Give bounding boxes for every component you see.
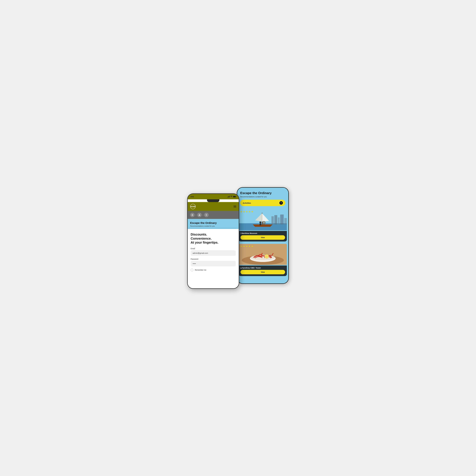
card-maritime-image: ★ ★ ★ ★ ★ <box>239 209 287 231</box>
star5: ★ <box>251 210 253 213</box>
hero-section: Escape the Ordinary Recommendations cura… <box>188 219 239 229</box>
remember-row: Remember me <box>191 269 236 271</box>
star1: ★ <box>240 210 242 213</box>
login-modal: Discounts.Convenience.At your fingertips… <box>188 229 239 288</box>
star3: ★ <box>246 245 248 248</box>
battery-icon <box>233 196 236 197</box>
svg-rect-10 <box>278 217 280 224</box>
password-input[interactable] <box>191 261 236 266</box>
svg-rect-8 <box>272 216 274 224</box>
phone-back: Escape the Ordinary Recommendations cura… <box>237 187 289 284</box>
activities-label: Activities <box>243 202 251 204</box>
card2-view-button[interactable]: View <box>240 270 285 274</box>
card-maritime: ★ ★ ★ ★ ★ l Maritime Museum View <box>239 209 287 241</box>
activities-arrow-icon: ▼ <box>279 201 283 205</box>
back-top-section: Escape the Ordinary Recommendations cura… <box>237 188 288 209</box>
star5: ★ <box>251 245 253 248</box>
card2-stars: ★ ★ ★ ★ ★ <box>240 245 253 248</box>
hamburger-line-3 <box>234 207 236 207</box>
signal-bar-3 <box>229 196 229 197</box>
hamburger-menu-button[interactable] <box>234 206 236 207</box>
star4: ★ <box>248 210 251 213</box>
wifi-icon <box>230 196 232 198</box>
step-arrow-1: › <box>196 214 196 216</box>
card2-bottom: g Syndney CBD: Tower View <box>239 266 287 276</box>
password-label: Password <box>191 258 236 260</box>
card-food: ★ ★ ★ ★ ★ g Syndney CBD: Tower View <box>239 243 287 276</box>
card1-bottom: l Maritime Museum View <box>239 231 287 241</box>
notch <box>207 199 220 202</box>
card2-title: g Syndney CBD: Tower <box>240 267 285 269</box>
app-header: scoot <box>188 202 239 211</box>
star3: ★ <box>246 210 248 213</box>
star4: ★ <box>248 245 251 248</box>
svg-rect-12 <box>284 218 287 224</box>
svg-rect-11 <box>280 215 284 224</box>
svg-point-3 <box>259 221 261 223</box>
step-passengers-icon <box>197 213 202 217</box>
status-icons <box>227 196 236 198</box>
status-bar: 9:41 <box>188 194 239 199</box>
svg-rect-9 <box>274 215 277 224</box>
card1-view-button[interactable]: View <box>240 235 285 240</box>
card-food-image: ★ ★ ★ ★ ★ <box>239 243 287 266</box>
hamburger-line-2 <box>234 206 236 207</box>
svg-rect-4 <box>260 223 261 225</box>
step-arrow-2: › <box>203 214 203 216</box>
logo: scoot <box>190 204 196 209</box>
remember-me-label: Remember me <box>195 269 206 271</box>
email-input[interactable] <box>191 250 236 256</box>
step-flight-icon <box>190 213 195 217</box>
hero-title: Escape the Ordinary <box>190 221 236 225</box>
card-container: ★ ★ ★ ★ ★ l Maritime Museum View <box>237 209 288 276</box>
scene: Escape the Ordinary Recommendations cura… <box>187 187 289 289</box>
signal-bar-2 <box>228 197 228 197</box>
signal-bars-icon <box>227 196 230 197</box>
hero-subtitle: Recommendations curated for you <box>190 225 236 227</box>
star1: ★ <box>240 245 242 248</box>
logo-circle: scoot <box>190 204 196 209</box>
step-payment-icon <box>204 213 209 217</box>
phone-front: 9:41 <box>187 193 239 289</box>
email-label: Email <box>191 248 236 250</box>
hamburger-line-1 <box>234 206 236 206</box>
back-hero-subtitle: Recommendations curated for you <box>240 196 285 198</box>
star2: ★ <box>243 245 245 248</box>
svg-rect-1 <box>239 223 287 230</box>
status-time: 9:41 <box>191 196 194 198</box>
modal-headline: Discounts.Convenience.At your fingertips… <box>191 232 236 245</box>
signal-bar-1 <box>227 197 228 197</box>
activities-button[interactable]: Activities ▼ <box>240 200 285 206</box>
nav-steps: › › <box>188 211 239 219</box>
logo-text: scoot <box>190 205 195 208</box>
remember-me-checkbox[interactable] <box>191 269 193 271</box>
card1-title: l Maritime Museum <box>240 232 285 234</box>
star2: ★ <box>243 210 245 213</box>
back-hero-title: Escape the Ordinary <box>240 191 285 195</box>
card1-stars: ★ ★ ★ ★ ★ <box>240 210 253 213</box>
signal-bar-4 <box>229 196 230 197</box>
